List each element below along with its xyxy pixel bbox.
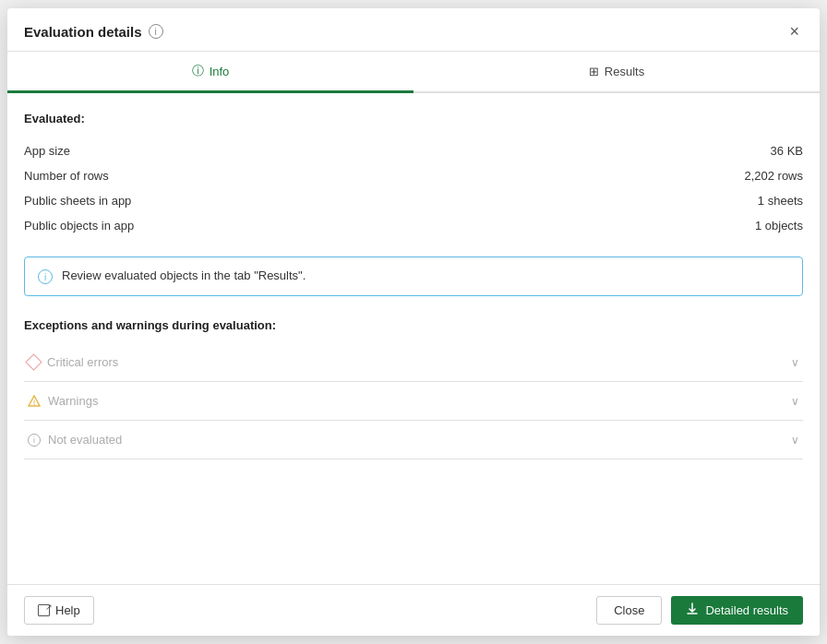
info-box-text: Review evaluated objects in the tab "Res… bbox=[62, 268, 306, 282]
results-tab-icon: ⊞ bbox=[589, 65, 599, 78]
num-rows-value: 2,202 rows bbox=[744, 169, 803, 183]
warnings-label: Warnings bbox=[48, 394, 98, 408]
critical-errors-toggle[interactable]: Critical errors ∨ bbox=[24, 343, 803, 381]
detailed-results-button[interactable]: Detailed results bbox=[671, 596, 803, 625]
svg-text:!: ! bbox=[33, 399, 36, 407]
public-sheets-value: 1 sheets bbox=[758, 194, 803, 208]
chevron-down-icon: ∨ bbox=[791, 356, 799, 369]
app-size-value: 36 KB bbox=[771, 144, 803, 158]
table-row: App size 36 KB bbox=[24, 138, 803, 163]
table-row: Number of rows 2,202 rows bbox=[24, 163, 803, 188]
public-sheets-label: Public sheets in app bbox=[24, 194, 131, 208]
footer-right-actions: Close Detailed results bbox=[596, 596, 803, 625]
detailed-results-label: Detailed results bbox=[705, 603, 788, 617]
not-evaluated-label: Not evaluated bbox=[48, 433, 122, 447]
tab-info[interactable]: ⓘ Info bbox=[7, 52, 414, 93]
exceptions-heading: Exceptions and warnings during evaluatio… bbox=[24, 318, 803, 332]
accordion-item-warnings: ! Warnings ∨ bbox=[24, 382, 803, 421]
modal-title: Evaluation details bbox=[24, 24, 142, 40]
public-objects-value: 1 objects bbox=[755, 219, 803, 233]
accordion-item-not-evaluated: i Not evaluated ∨ bbox=[24, 421, 803, 459]
close-icon-button[interactable]: × bbox=[785, 21, 803, 42]
accordion-item-critical: Critical errors ∨ bbox=[24, 343, 803, 382]
external-link-icon bbox=[38, 604, 50, 616]
chevron-down-icon: ∨ bbox=[791, 395, 799, 408]
download-icon bbox=[686, 602, 699, 618]
close-modal-button[interactable]: Close bbox=[596, 596, 662, 625]
chevron-down-icon: ∨ bbox=[791, 434, 799, 447]
warnings-toggle[interactable]: ! Warnings ∨ bbox=[24, 382, 803, 420]
public-objects-label: Public objects in app bbox=[24, 219, 134, 233]
modal-body: Evaluated: App size 36 KB Number of rows… bbox=[7, 93, 820, 584]
evaluated-table: App size 36 KB Number of rows 2,202 rows… bbox=[24, 138, 803, 238]
tab-results[interactable]: ⊞ Results bbox=[414, 52, 820, 93]
help-label: Help bbox=[55, 603, 80, 617]
title-info-icon: i bbox=[149, 24, 163, 39]
tabs-bar: ⓘ Info ⊞ Results bbox=[7, 52, 820, 93]
evaluated-heading: Evaluated: bbox=[24, 112, 803, 125]
num-rows-label: Number of rows bbox=[24, 169, 109, 183]
modal-header: Evaluation details i × bbox=[7, 8, 820, 52]
not-evaluated-left: i Not evaluated bbox=[28, 433, 122, 447]
warnings-left: ! Warnings bbox=[28, 394, 98, 408]
not-evaluated-icon: i bbox=[28, 434, 41, 447]
critical-errors-left: Critical errors bbox=[28, 355, 118, 369]
table-row: Public sheets in app 1 sheets bbox=[24, 188, 803, 213]
evaluation-details-modal: Evaluation details i × ⓘ Info ⊞ Results … bbox=[7, 8, 820, 636]
title-row: Evaluation details i bbox=[24, 24, 163, 40]
table-row: Public objects in app 1 objects bbox=[24, 213, 803, 238]
modal-footer: Help Close Detailed results bbox=[7, 584, 820, 636]
tab-info-label: Info bbox=[210, 65, 230, 78]
help-button[interactable]: Help bbox=[24, 596, 94, 625]
info-tab-icon: ⓘ bbox=[192, 63, 204, 79]
app-size-label: App size bbox=[24, 144, 70, 158]
exceptions-accordion: Critical errors ∨ ! Warnings bbox=[24, 343, 803, 459]
critical-errors-label: Critical errors bbox=[47, 355, 118, 369]
warning-icon: ! bbox=[28, 395, 41, 407]
info-box-icon: i bbox=[38, 269, 53, 284]
info-message-box: i Review evaluated objects in the tab "R… bbox=[24, 256, 803, 296]
not-evaluated-toggle[interactable]: i Not evaluated ∨ bbox=[24, 421, 803, 459]
tab-results-label: Results bbox=[605, 65, 644, 78]
critical-errors-icon bbox=[25, 353, 42, 370]
